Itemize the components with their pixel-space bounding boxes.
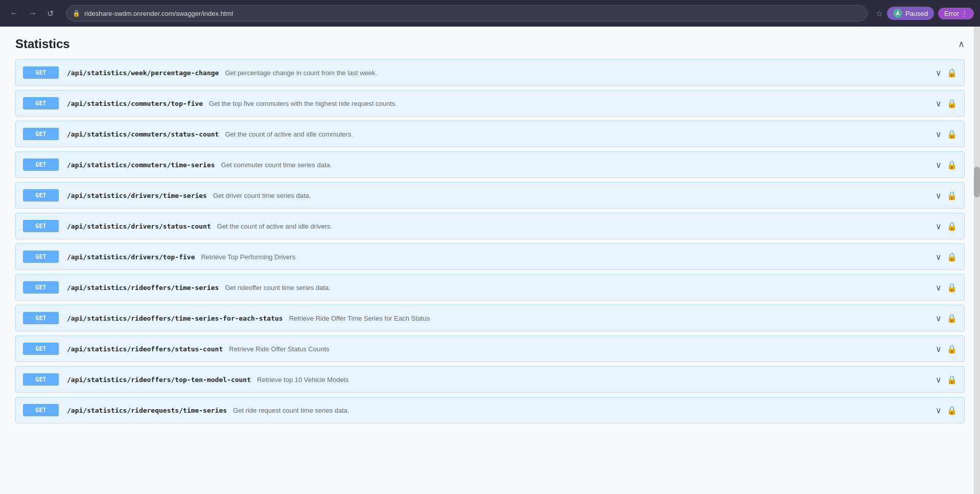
endpoint-row[interactable]: GET/api/statistics/drivers/top-fiveRetri… xyxy=(15,243,965,270)
lock-icon: 🔒 xyxy=(947,283,957,293)
lock-icon: 🔒 xyxy=(947,160,957,170)
chevron-down-icon[interactable]: ∨ xyxy=(936,160,942,170)
method-badge: GET xyxy=(23,373,59,386)
endpoint-actions: ∨🔒 xyxy=(936,283,957,293)
error-label: Error xyxy=(944,10,959,17)
endpoint-row[interactable]: GET/api/statistics/commuters/top-fiveGet… xyxy=(15,90,965,117)
endpoint-path: /api/statistics/rideoffers/top-ten-model… xyxy=(67,376,251,384)
chevron-down-icon[interactable]: ∨ xyxy=(936,191,942,200)
endpoint-row[interactable]: GET/api/statistics/riderequests/time-ser… xyxy=(15,397,965,423)
browser-actions: ☆ A Paused Error ⋮ xyxy=(876,7,974,20)
method-badge: GET xyxy=(23,220,59,232)
method-badge: GET xyxy=(23,343,59,355)
endpoint-row[interactable]: GET/api/statistics/rideoffers/time-serie… xyxy=(15,274,965,301)
endpoint-actions: ∨🔒 xyxy=(936,191,957,200)
endpoint-row[interactable]: GET/api/statistics/rideoffers/top-ten-mo… xyxy=(15,366,965,393)
chevron-down-icon[interactable]: ∨ xyxy=(936,406,942,415)
endpoint-row[interactable]: GET/api/statistics/drivers/time-seriesGe… xyxy=(15,182,965,209)
error-button[interactable]: Error ⋮ xyxy=(938,8,974,19)
method-badge: GET xyxy=(23,97,59,109)
chevron-down-icon[interactable]: ∨ xyxy=(936,344,942,354)
method-badge: GET xyxy=(23,251,59,263)
lock-icon: 🔒 xyxy=(947,375,957,385)
endpoint-description: Retrieve Ride Offer Status Counts xyxy=(229,345,936,353)
endpoint-path: /api/statistics/riderequests/time-series xyxy=(67,407,227,414)
address-bar[interactable]: 🔒 rideshare-swdm.onrender.com/swagger/in… xyxy=(66,5,868,21)
endpoint-actions: ∨🔒 xyxy=(936,344,957,354)
endpoint-path: /api/statistics/commuters/status-count xyxy=(67,130,219,138)
chevron-down-icon[interactable]: ∨ xyxy=(936,129,942,139)
chevron-down-icon[interactable]: ∨ xyxy=(936,221,942,231)
endpoint-actions: ∨🔒 xyxy=(936,406,957,415)
endpoint-actions: ∨🔒 xyxy=(936,375,957,385)
method-badge: GET xyxy=(23,281,59,294)
endpoint-description: Get the count of active and idle drivers… xyxy=(217,222,936,230)
lock-icon: 🔒 xyxy=(947,221,957,231)
lock-icon: 🔒 xyxy=(947,191,957,200)
scrollbar[interactable] xyxy=(974,27,980,494)
endpoint-description: Get rideoffer count time series data. xyxy=(225,284,936,291)
endpoint-row[interactable]: GET/api/statistics/commuters/status-coun… xyxy=(15,121,965,147)
endpoint-path: /api/statistics/drivers/time-series xyxy=(67,192,207,199)
user-avatar: A xyxy=(893,9,902,18)
endpoint-row[interactable]: GET/api/statistics/commuters/time-series… xyxy=(15,151,965,178)
page-content: Statistics ∧ GET/api/statistics/week/per… xyxy=(0,27,980,494)
nav-buttons: ← → ↺ xyxy=(6,7,58,20)
endpoint-path: /api/statistics/commuters/time-series xyxy=(67,161,215,169)
endpoint-path: /api/statistics/drivers/status-count xyxy=(67,222,211,230)
paused-label: Paused xyxy=(905,10,928,17)
endpoint-actions: ∨🔒 xyxy=(936,252,957,262)
security-icon: 🔒 xyxy=(73,10,80,17)
reload-button[interactable]: ↺ xyxy=(43,7,58,20)
lock-icon: 🔒 xyxy=(947,406,957,415)
chevron-down-icon[interactable]: ∨ xyxy=(936,313,942,323)
endpoint-row[interactable]: GET/api/statistics/week/percentage-chang… xyxy=(15,59,965,86)
paused-button[interactable]: A Paused xyxy=(887,7,934,20)
method-badge: GET xyxy=(23,189,59,201)
endpoint-description: Retrieve top 10 Vehicle Models xyxy=(257,376,936,384)
endpoint-row[interactable]: GET/api/statistics/rideoffers/status-cou… xyxy=(15,335,965,362)
forward-button[interactable]: → xyxy=(25,7,41,20)
endpoint-actions: ∨🔒 xyxy=(936,313,957,323)
method-badge: GET xyxy=(23,128,59,140)
endpoint-description: Get the top five commuters with the high… xyxy=(209,100,936,107)
section-header: Statistics ∧ xyxy=(15,37,965,51)
method-badge: GET xyxy=(23,66,59,79)
endpoint-actions: ∨🔒 xyxy=(936,68,957,78)
endpoint-actions: ∨🔒 xyxy=(936,129,957,139)
bookmark-button[interactable]: ☆ xyxy=(876,9,883,18)
chevron-down-icon[interactable]: ∨ xyxy=(936,68,942,78)
lock-icon: 🔒 xyxy=(947,129,957,139)
endpoint-actions: ∨🔒 xyxy=(936,99,957,108)
chevron-down-icon[interactable]: ∨ xyxy=(936,99,942,108)
endpoints-list: GET/api/statistics/week/percentage-chang… xyxy=(15,59,965,423)
endpoint-description: Get driver count time series data. xyxy=(213,192,936,199)
section-collapse-button[interactable]: ∧ xyxy=(958,38,965,50)
endpoint-path: /api/statistics/rideoffers/time-series xyxy=(67,284,219,291)
chevron-down-icon[interactable]: ∨ xyxy=(936,252,942,262)
endpoint-row[interactable]: GET/api/statistics/drivers/status-countG… xyxy=(15,213,965,239)
endpoint-description: Get percentage change in count from the … xyxy=(225,69,936,77)
lock-icon: 🔒 xyxy=(947,99,957,108)
endpoint-row[interactable]: GET/api/statistics/rideoffers/time-serie… xyxy=(15,305,965,331)
method-badge: GET xyxy=(23,404,59,416)
back-button[interactable]: ← xyxy=(6,7,22,20)
method-badge: GET xyxy=(23,312,59,324)
endpoint-path: /api/statistics/rideoffers/status-count xyxy=(67,345,223,353)
chevron-down-icon[interactable]: ∨ xyxy=(936,283,942,293)
method-badge: GET xyxy=(23,159,59,171)
endpoint-path: /api/statistics/commuters/top-five xyxy=(67,100,203,107)
menu-icon: ⋮ xyxy=(961,10,968,17)
endpoint-path: /api/statistics/week/percentage-change xyxy=(67,69,219,77)
endpoint-description: Get commuter count time series data. xyxy=(221,161,936,169)
lock-icon: 🔒 xyxy=(947,68,957,78)
lock-icon: 🔒 xyxy=(947,344,957,354)
chevron-down-icon[interactable]: ∨ xyxy=(936,375,942,385)
section-title: Statistics xyxy=(15,37,70,51)
browser-chrome: ← → ↺ 🔒 rideshare-swdm.onrender.com/swag… xyxy=(0,0,980,27)
endpoint-description: Retrieve Ride Offer Time Series for Each… xyxy=(289,315,936,322)
endpoint-path: /api/statistics/rideoffers/time-series-f… xyxy=(67,315,283,322)
scrollbar-thumb[interactable] xyxy=(974,167,980,197)
endpoint-actions: ∨🔒 xyxy=(936,160,957,170)
endpoint-description: Get ride request count time series data. xyxy=(233,407,936,414)
